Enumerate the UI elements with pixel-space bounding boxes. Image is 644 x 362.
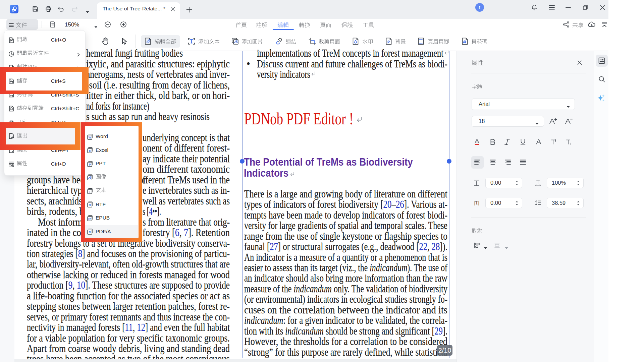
svg-text:R: R bbox=[89, 203, 91, 207]
svg-text:|T|: |T| bbox=[474, 200, 479, 205]
svg-text:EP: EP bbox=[88, 218, 91, 220]
svg-text:W: W bbox=[89, 136, 92, 139]
svg-text:E: E bbox=[89, 149, 91, 153]
svg-text:P: P bbox=[89, 163, 91, 166]
svg-text:T: T bbox=[89, 190, 91, 193]
svg-text:R: R bbox=[89, 231, 91, 234]
svg-text:t: t bbox=[479, 5, 480, 10]
